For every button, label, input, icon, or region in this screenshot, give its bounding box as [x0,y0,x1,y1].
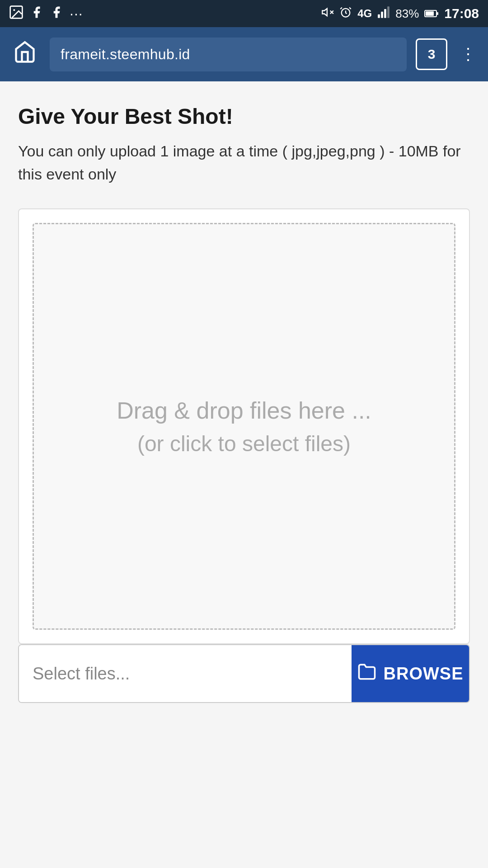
svg-rect-14 [437,12,438,15]
more-status-icon: ··· [70,5,83,22]
status-bar: ··· 4G [0,0,488,27]
upload-container: Drag & drop files here ... (or click to … [18,208,470,644]
browser-bar: frameit.steemhub.id 3 ⋮ [0,27,488,81]
svg-rect-10 [384,9,386,18]
signal-icon [377,6,390,22]
battery-percent: 83% [395,7,419,21]
tab-count-label: 3 [428,47,436,62]
browse-icon [357,662,376,685]
status-bar-right: 4G 83% 17:08 [321,6,479,22]
drop-zone-line2: (or click to select files) [117,431,371,456]
file-input-field[interactable]: Select files... [19,645,352,702]
page-content: Give Your Best Shot! You can only upload… [0,81,488,868]
svg-line-7 [349,7,351,9]
url-text: frameit.steemhub.id [61,46,190,63]
mute-icon [321,6,334,22]
svg-rect-8 [378,14,380,18]
svg-rect-11 [387,6,389,18]
status-time: 17:08 [444,6,479,21]
tab-count-button[interactable]: 3 [416,38,447,70]
alarm-icon [339,6,352,22]
url-bar[interactable]: frameit.steemhub.id [50,38,407,71]
file-input-placeholder: Select files... [33,664,130,684]
svg-rect-9 [381,11,383,18]
more-menu-button[interactable]: ⋮ [456,38,479,70]
file-input-row: Select files... BROWSE [18,644,470,703]
drop-zone[interactable]: Drag & drop files here ... (or click to … [33,223,455,630]
vertical-dots-icon: ⋮ [460,45,475,64]
browse-button[interactable]: BROWSE [352,645,469,702]
browse-label: BROWSE [384,664,464,684]
svg-rect-13 [426,11,434,16]
drop-zone-line1: Drag & drop files here ... [117,397,371,424]
svg-line-6 [341,7,343,9]
page-description: You can only upload 1 image at a time ( … [18,140,470,186]
4g-icon: 4G [357,7,372,20]
drop-zone-text: Drag & drop files here ... (or click to … [99,379,389,474]
facebook-icon-1 [30,5,43,22]
svg-point-1 [13,9,15,11]
home-icon [13,40,37,69]
image-icon [9,5,23,23]
facebook-icon-2 [50,5,63,22]
svg-marker-2 [323,8,328,15]
page-title: Give Your Best Shot! [18,104,470,129]
home-button[interactable] [9,38,41,70]
battery-icon [424,7,439,21]
status-bar-left: ··· [9,5,83,23]
